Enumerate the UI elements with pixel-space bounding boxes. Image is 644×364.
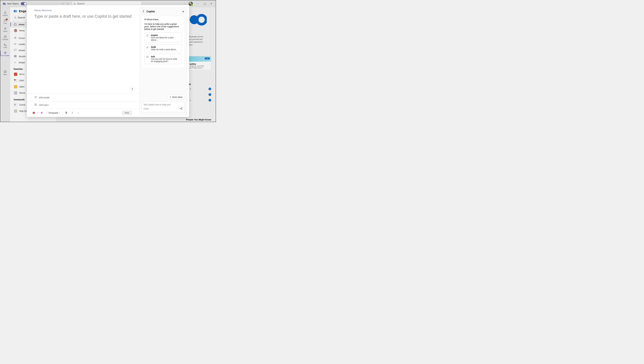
announcement-button[interactable] <box>40 111 44 115</box>
chat-question-icon: ? <box>146 56 148 59</box>
copilot-intro: I'm here to help you write a great post.… <box>144 23 182 30</box>
copilot-welcome-card: Hi Mona Kane, I'm here to help you write… <box>142 16 184 68</box>
add-topics-icon <box>34 103 37 106</box>
editor-toolbar: ▾ Paragraph ▾ B I ⋯ Post <box>27 109 139 117</box>
copilot-icon <box>142 10 145 14</box>
italic-button[interactable]: I <box>70 111 74 115</box>
svg-text:?: ? <box>147 56 148 57</box>
add-topics-row[interactable]: Add topics <box>27 101 139 109</box>
copilot-panel: Copilot ✕ Hi Mona Kane, I'm here to help… <box>139 8 187 115</box>
post-body-editor[interactable]: Type or paste a draft here, or use Copil… <box>27 14 139 94</box>
copilot-close-button[interactable]: ✕ <box>182 10 184 13</box>
copilot-input[interactable]: Tell Copilot how to help you 0/2000 <box>142 102 184 112</box>
compose-post-modal: Post as: Mona Kane Type or paste a draft… <box>27 5 189 117</box>
modal-overlay: Post as: Mona Kane Type or paste a draft… <box>0 0 216 122</box>
copilot-toggle-button[interactable] <box>130 87 135 92</box>
add-people-row[interactable]: Add people <box>27 94 139 101</box>
chevron-down-icon: ▾ <box>59 112 60 114</box>
bold-button[interactable]: B <box>64 111 68 115</box>
send-icon[interactable] <box>180 107 182 110</box>
copilot-suggestion-inspire[interactable]: Inspire Give me ideas for a post about… <box>144 32 182 43</box>
copilot-input-placeholder: Tell Copilot how to help you <box>144 103 182 106</box>
more-ideas-button[interactable]: ✦ More ideas <box>168 95 184 99</box>
copilot-title: Copilot <box>146 10 155 13</box>
chevron-down-icon[interactable]: ▾ <box>38 112 38 114</box>
post-as-label: Post as: <box>34 9 41 12</box>
pencil-icon <box>146 46 148 49</box>
paragraph-style-dropdown[interactable]: Paragraph ▾ <box>48 112 60 114</box>
copilot-suggestion-ask[interactable]: ? Ask Can you tell me how to write an en… <box>144 54 182 64</box>
add-people-icon <box>34 96 37 99</box>
svg-point-24 <box>35 96 36 97</box>
post-button[interactable]: Post <box>122 110 132 115</box>
sparkle-icon: ✦ <box>170 96 171 98</box>
post-as-user-link[interactable]: Mona Kane <box>42 9 52 12</box>
more-formatting-button[interactable]: ⋯ <box>76 111 80 115</box>
compose-pane: Post as: Mona Kane Type or paste a draft… <box>27 5 139 117</box>
editor-placeholder: Type or paste a draft here, or use Copil… <box>34 14 132 19</box>
svg-point-25 <box>36 97 37 97</box>
lightbulb-icon <box>146 34 148 37</box>
copilot-suggestion-draft[interactable]: Draft Help me write a post about.. <box>144 44 182 52</box>
copilot-greeting: Hi Mona Kane, <box>144 18 182 21</box>
post-type-button[interactable] <box>32 111 36 115</box>
copilot-char-counter: 0/2000 <box>144 108 149 110</box>
svg-rect-30 <box>33 112 35 114</box>
copilot-icon <box>131 88 134 91</box>
